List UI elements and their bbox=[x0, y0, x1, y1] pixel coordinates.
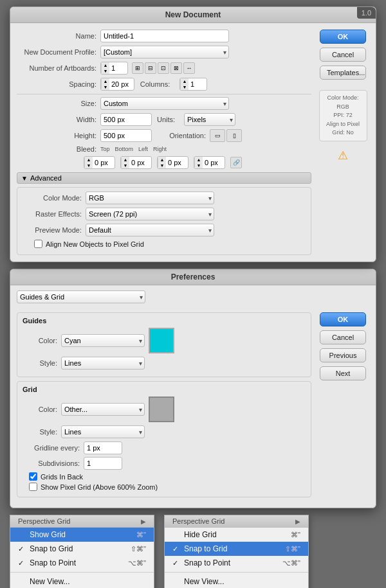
artboards-up[interactable]: ▲ bbox=[102, 62, 109, 68]
height-row: Height: Orientation: ▭ ▯ bbox=[17, 129, 311, 142]
subdivisions-input[interactable] bbox=[84, 457, 122, 470]
row-icon-btn[interactable]: ⊟ bbox=[145, 62, 156, 74]
width-label: Width: bbox=[17, 116, 100, 123]
menu1-item-snaptogrid[interactable]: ✓ Snap to Grid ⇧⌘" bbox=[10, 542, 154, 556]
bleed-top-spin: ▲▼ bbox=[84, 156, 115, 169]
menu1-item-showgrid[interactable]: Show Grid ⌘" bbox=[10, 528, 154, 542]
bleed-left-input[interactable] bbox=[166, 158, 188, 167]
bleed-bottom-input[interactable] bbox=[129, 158, 151, 167]
grids-in-back-label: Grids In Back bbox=[41, 473, 83, 481]
advanced-label: Advanced bbox=[30, 174, 62, 182]
columns-spinbtns: ▲ ▼ bbox=[180, 78, 188, 90]
bleed-right-down[interactable]: ▼ bbox=[195, 163, 203, 168]
guide-style-select[interactable]: Lines bbox=[61, 357, 145, 370]
col-icon-btn[interactable]: ⊡ bbox=[158, 62, 169, 74]
columns-up[interactable]: ▲ bbox=[181, 78, 188, 84]
guide-style-row: Style: Lines bbox=[23, 357, 306, 370]
preview-select[interactable]: Default bbox=[86, 224, 214, 236]
name-label: Name: bbox=[17, 32, 100, 40]
orientation-portrait[interactable]: ▭ bbox=[210, 129, 225, 142]
menu1-newview-text: New View... bbox=[30, 577, 69, 586]
bleed-left-label: Left bbox=[138, 146, 148, 152]
raster-select[interactable]: Screen (72 ppi) bbox=[86, 208, 214, 220]
artboards-input[interactable] bbox=[109, 64, 127, 73]
profile-select[interactable]: [Custom] bbox=[100, 46, 229, 58]
bleed-top-input[interactable] bbox=[93, 158, 115, 167]
name-input[interactable]: Untitled-1 bbox=[100, 30, 229, 42]
bleed-left-up[interactable]: ▲ bbox=[158, 157, 166, 163]
gridline-input[interactable] bbox=[84, 441, 122, 454]
menu1-item-snaptopoint[interactable]: ✓ Snap to Point ⌥⌘" bbox=[10, 556, 154, 570]
ok-button[interactable]: OK bbox=[320, 30, 366, 44]
bleed-right-input[interactable] bbox=[203, 158, 225, 167]
grid-icon-btn[interactable]: ⊞ bbox=[132, 62, 143, 74]
bleed-cols: Top Bottom Left Right bbox=[100, 146, 167, 152]
prefs-title: Preferences bbox=[171, 272, 216, 281]
menu2-item-snaptogrid[interactable]: ✓ Snap to Grid ⇧⌘" bbox=[165, 542, 308, 556]
preview-select-wrapper: Default bbox=[86, 224, 214, 236]
bleed-right-up[interactable]: ▲ bbox=[195, 157, 203, 163]
menu2-item-newview[interactable]: New View... bbox=[165, 575, 308, 588]
templates-button[interactable]: Templates... bbox=[320, 66, 366, 80]
menu1-item-newview[interactable]: New View... bbox=[10, 575, 154, 588]
menu2-item-hidegrid[interactable]: Hide Grid ⌘" bbox=[165, 528, 308, 542]
guide-color-select[interactable]: Cyan bbox=[61, 334, 145, 347]
colormode-label: Color Mode: bbox=[21, 194, 86, 202]
bleed-bottom-col: Bottom bbox=[115, 146, 134, 152]
width-input[interactable] bbox=[100, 113, 152, 126]
grid-color-swatch[interactable] bbox=[149, 396, 174, 422]
bleed-label: Bleed: bbox=[17, 145, 100, 153]
bleed-top-up[interactable]: ▲ bbox=[85, 157, 93, 163]
menu1-arrow-icon: ▶ bbox=[141, 518, 146, 525]
columns-down[interactable]: ▼ bbox=[181, 84, 188, 90]
prefs-right: OK Cancel Previous Next bbox=[311, 312, 369, 501]
guides-title: Guides bbox=[23, 317, 306, 325]
orientation-landscape[interactable]: ▯ bbox=[226, 129, 242, 142]
menu2-item-snaptopoint[interactable]: ✓ Snap to Point ⌥⌘" bbox=[165, 556, 308, 570]
prefs-section-select[interactable]: Guides & Grid bbox=[17, 290, 145, 303]
grid-color-select-wrapper: Other... bbox=[61, 403, 145, 416]
raster-label: Raster Effects: bbox=[21, 210, 86, 218]
prefs-next-button[interactable]: Next bbox=[320, 366, 366, 380]
artboards-down[interactable]: ▼ bbox=[102, 68, 109, 74]
grid-color-select[interactable]: Other... bbox=[61, 403, 145, 416]
spacing-icon-btn[interactable]: ↔ bbox=[183, 62, 195, 74]
units-select[interactable]: Pixels bbox=[184, 113, 235, 126]
artboard-layout-icons: ⊞ ⊟ ⊡ ⊠ ↔ bbox=[132, 62, 195, 74]
align-checkbox[interactable] bbox=[34, 240, 42, 248]
artboards-spinbtns: ▲ ▼ bbox=[101, 62, 109, 74]
guide-color-swatch[interactable] bbox=[149, 328, 174, 353]
cancel-button[interactable]: Cancel bbox=[320, 48, 366, 62]
prefs-previous-button[interactable]: Previous bbox=[320, 348, 366, 362]
grid-style-select[interactable]: Lines bbox=[61, 425, 145, 438]
bleed-bottom-down[interactable]: ▼ bbox=[122, 163, 129, 168]
prefs-ok-button[interactable]: OK bbox=[320, 312, 366, 326]
spacing-down[interactable]: ▼ bbox=[102, 84, 109, 90]
columns-input[interactable] bbox=[188, 80, 207, 89]
divider1 bbox=[17, 94, 311, 94]
version-badge: 1.0 bbox=[357, 7, 376, 19]
subdivisions-row: Subdivisions: bbox=[23, 457, 306, 470]
grid-style-row: Style: Lines bbox=[23, 425, 306, 438]
bleed-top-down[interactable]: ▼ bbox=[85, 163, 93, 168]
size-select[interactable]: Custom bbox=[100, 97, 229, 110]
advanced-toggle[interactable]: ▼ Advanced bbox=[17, 172, 311, 184]
units-label: Units: bbox=[152, 116, 184, 123]
menu2-snaptogrid-shortcut: ⇧⌘" bbox=[285, 545, 300, 553]
menu2-hidegrid-text: Hide Grid bbox=[184, 530, 217, 539]
colormode-select[interactable]: RGB bbox=[86, 192, 214, 204]
spacing-up[interactable]: ▲ bbox=[102, 78, 109, 84]
artboards-row: Number of Artboards: ▲ ▼ ⊞ ⊟ ⊡ ⊠ ↔ bbox=[17, 62, 311, 75]
menu2-snaptopoint-text: Snap to Point bbox=[184, 558, 230, 567]
prefs-cancel-button[interactable]: Cancel bbox=[320, 330, 366, 344]
bleed-bottom-up[interactable]: ▲ bbox=[122, 157, 129, 163]
arrange-icon-btn[interactable]: ⊠ bbox=[170, 62, 182, 74]
show-pixel-grid-checkbox[interactable] bbox=[29, 483, 37, 491]
menu1-snaptopoint-label: ✓ Snap to Point bbox=[18, 558, 76, 567]
spacing-spin: ▲ ▼ bbox=[100, 78, 134, 91]
grids-in-back-checkbox[interactable] bbox=[29, 472, 37, 481]
spacing-input[interactable] bbox=[109, 80, 134, 89]
bleed-link-btn[interactable]: 🔗 bbox=[230, 157, 242, 168]
height-input[interactable] bbox=[100, 129, 152, 142]
bleed-left-down[interactable]: ▼ bbox=[158, 163, 166, 168]
